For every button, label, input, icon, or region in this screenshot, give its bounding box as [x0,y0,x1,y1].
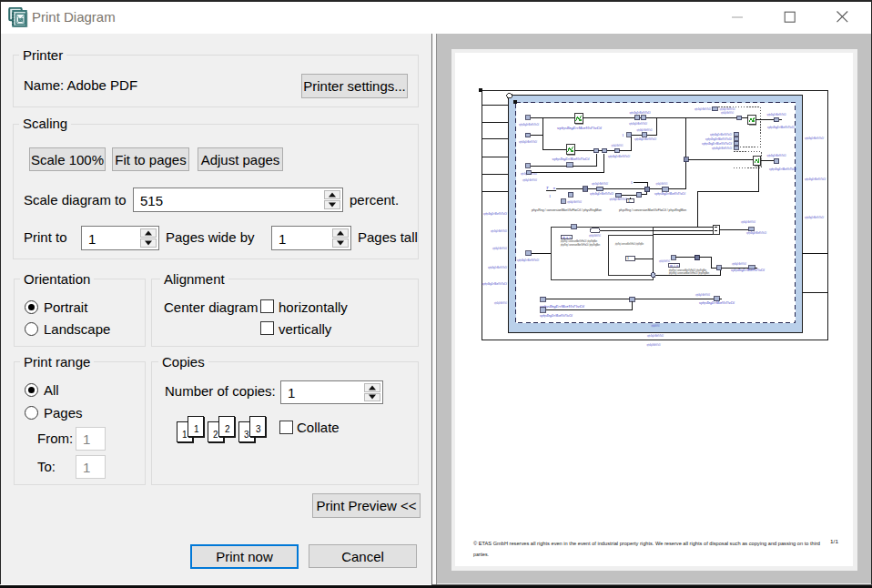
svg-text:wphysRngErrMonVlvFlwCtl: wphysRngErrMonVlvFlwCtl [540,314,573,318]
svg-text:wphysRngErrMonVlvFlwCtl: wphysRngErrMonVlvFlwCtl [767,154,786,157]
svg-text:wphysRngErrMonVlvFlwCtl: wphysRngErrMonVlvFlwCtl [522,178,537,182]
svg-text:wphysRngErrMonVlvFlwCtl: wphysRngErrMonVlvFlwCtl [705,137,732,141]
svg-text:wphysRngErrMonVlvFlwCtl: wphysRngErrMonVlvFlwCtl [492,247,507,250]
svg-text:wphysRngErrMonVlvFlwCtl: wphysRngErrMonVlvFlwCtl [483,212,507,216]
svg-text:wphysRngErrMonVlvFlwCtl: wphysRngErrMonVlvFlwCtl [488,266,507,269]
svg-text:wphysRngErrMonVlvFlwCtl: wphysRngErrMonVlvFlwCtl [767,113,786,117]
svg-text:wphysRngErrMonVlvFlwCtl: wphysRngErrMonVlvFlwCtl [805,216,824,219]
svg-text:1: 1 [631,180,633,185]
svg-text:wphysRngErrMonVlvFlwCtl: wphysRngErrMonVlvFlwCtl [517,259,539,262]
svg-text:wphysRngErrMonVlvFlwCtl: wphysRngErrMonVlvFlwCtl [637,128,653,132]
svg-text:1/1: 1/1 [830,540,838,544]
svg-text:wphysRngErrMonVlvFlwCtl: wphysRngErrMonVlvFlwCtl [654,192,685,196]
svg-text:wphysRngErrMonVlvFlwCtl: wphysRngErrMonVlvFlwCtl [592,182,608,186]
svg-text:wphysRngErrMonVlvFlwCtl: wphysRngErrMonVlvFlwCtl [647,343,661,347]
svg-text:1: 1 [549,194,551,198]
svg-text:wphysRngErrMonVlvFlwCtl: wphysRngErrMonVlvFlwCtl [805,177,826,181]
svg-text:wphysRngErrMonVlvFlwCtl: wphysRngErrMonVlvFlwCtl [746,231,766,235]
svg-text:wphysRngErrMonVlvFlwCtl: wphysRngErrMonVlvFlwCtl [519,140,537,144]
svg-text:parties.: parties. [473,553,489,557]
svg-text:wphysRngErrMonVlvFlwCtl: wphysRngErrMonVlvFlwCtl [695,293,710,297]
svg-text:wphysRngErrMonVlvFlwCtl: wphysRngErrMonVlvFlwCtl [610,198,627,201]
svg-text:© ETAS GmbH reserves all right: © ETAS GmbH reserves all rights even in … [473,541,820,546]
svg-text:wphysRngErrMonVlvFlwCtl: wphysRngErrMonVlvFlwCtl [659,259,670,263]
svg-text:wphysRngErrMonVlvFlwCtl: wphysRngErrMonVlvFlwCtl [710,133,732,137]
svg-text:wphysRngErrMonVlvFlwCtl: wphysRngErrMonVlvFlwCtl [589,234,601,238]
svg-text:wphysRngErrMonVlvFlwCtl: wphysRngErrMonVlvFlwCtl [767,126,795,129]
svg-text:wphysRngErrMonVlvFlwCtl: wphysRngErrMonVlvFlwCtl [491,229,507,233]
svg-text:wphysRngErrMonVlvFlwCtl: wphysRngErrMonVlvFlwCtl [647,334,664,338]
svg-text:wphysRngErrMonVlvFlwCtl: wphysRngErrMonVlvFlwCtl [482,282,507,286]
svg-text:wphysRngErrMonVlvFlwCtl: wphysRngErrMonVlvFlwCtl [519,123,539,127]
svg-text:wphysRngErrMonVlvFlwCtl: wphysRngErrMonVlvFlwCtl [634,137,656,141]
svg-text:physRng / conversionMonVlvFlwC: physRng / conversionMonVlvFlwCtl / physR… [615,241,644,246]
svg-text:physRng / conversionMonVlvFlwC: physRng / conversionMonVlvFlwCtl / physR… [561,242,600,247]
svg-text:wphysRngErrMonVlvFlwCtl: wphysRngErrMonVlvFlwCtl [741,220,755,224]
svg-text:wphysRngErrMonVlvFlwCtl: wphysRngErrMonVlvFlwCtl [720,107,735,111]
svg-text:wphysRngErrMonVlvFlwCtl: wphysRngErrMonVlvFlwCtl [721,111,734,115]
svg-text:wphysRngErrMonVlvFlwCtl: wphysRngErrMonVlvFlwCtl [702,142,732,146]
svg-text:wphysRngErrMonVlvFlwCtl: wphysRngErrMonVlvFlwCtl [590,192,613,196]
svg-text:wphysRngErrMonVlvFlwCtl: wphysRngErrMonVlvFlwCtl [612,144,624,147]
svg-text:wphysRngErrMonVlvFlwCtl: wphysRngErrMonVlvFlwCtl [652,324,660,328]
svg-text:wphysRngErrMonVlvFlwCtl: wphysRngErrMonVlvFlwCtl [608,155,630,158]
svg-text:1: 1 [622,133,624,137]
svg-text:wphysRngErrMonVlvFlwCtl: wphysRngErrMonVlvFlwCtl [630,111,651,115]
svg-text:wphysRngErrMonVlvFlwCtl: wphysRngErrMonVlvFlwCtl [731,269,765,272]
svg-text:wphysRngErrMonVlvFlwCtl: wphysRngErrMonVlvFlwCtl [557,127,602,130]
svg-text:wphysRngErrMonVlvFlwCtl: wphysRngErrMonVlvFlwCtl [695,107,711,111]
svg-text:wphysRngErrMonVlvFlwCtl: wphysRngErrMonVlvFlwCtl [656,182,668,186]
svg-text:wphysRngErrMonVlvFlwCtl: wphysRngErrMonVlvFlwCtl [540,305,584,309]
svg-text:physRng / conversionMonVlvFlwC: physRng / conversionMonVlvFlwCtl / physR… [619,208,687,212]
svg-text:wphysRngErrMonVlvFlwCtl: wphysRngErrMonVlvFlwCtl [629,122,647,126]
svg-text:wphysRngErrMonVlvFlwCtl: wphysRngErrMonVlvFlwCtl [553,157,590,161]
svg-text:wphysRngErrMonVlvFlwCtl: wphysRngErrMonVlvFlwCtl [699,301,735,305]
svg-text:physRng / conversionMonVlvFlwC: physRng / conversionMonVlvFlwCtl / physR… [669,270,709,275]
svg-text:physRng / conversionMonVlvFlwC: physRng / conversionMonVlvFlwCtl / physR… [532,208,603,212]
svg-text:wphysRngErrMonVlvFlwCtl: wphysRngErrMonVlvFlwCtl [769,167,796,171]
svg-text:wphysRngErrMonVlvFlwCtl: wphysRngErrMonVlvFlwCtl [494,301,507,305]
svg-text:wphysRngErrMonVlvFlwCtl: wphysRngErrMonVlvFlwCtl [712,147,732,150]
svg-text:wphysRngErrMonVlvFlwCtl: wphysRngErrMonVlvFlwCtl [732,262,746,266]
svg-text:wphysRngErrMonVlvFlwCtl: wphysRngErrMonVlvFlwCtl [567,200,582,204]
svg-text:wphysRngErrMonVlvFlwCtl: wphysRngErrMonVlvFlwCtl [805,137,824,140]
svg-text:1: 1 [627,257,629,260]
svg-text:1: 1 [628,199,630,203]
